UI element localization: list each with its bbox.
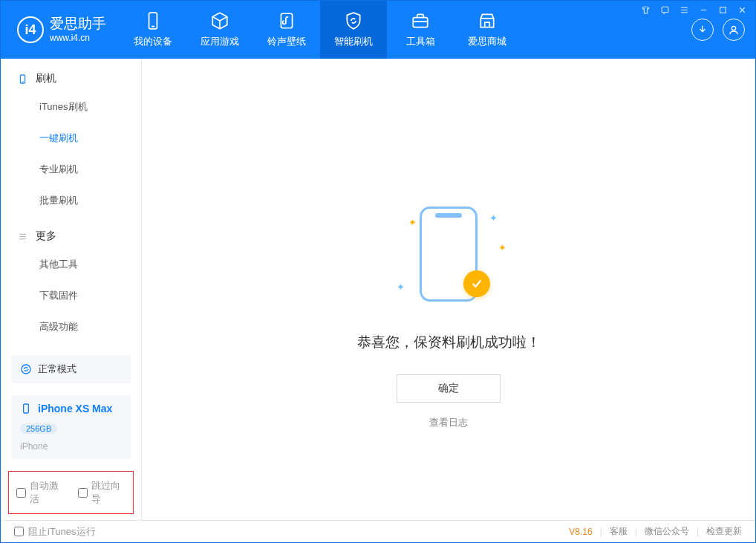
- nav-label: 智能刷机: [334, 35, 373, 48]
- device-icon: [17, 74, 28, 85]
- user-button[interactable]: [723, 19, 745, 41]
- svg-rect-11: [413, 18, 428, 27]
- footer-link-support[interactable]: 客服: [610, 525, 628, 538]
- section-more: 更多: [1, 216, 141, 249]
- sidebar-item-oneclick[interactable]: 一键刷机: [1, 123, 141, 154]
- nav-tab-flash[interactable]: 智能刷机: [320, 1, 387, 59]
- device-type: iPhone: [20, 441, 48, 452]
- footer-link-wechat[interactable]: 微信公众号: [645, 525, 689, 538]
- checkbox-skip-guide[interactable]: 跳过向导: [78, 479, 126, 506]
- divider: |: [635, 527, 637, 537]
- tshirt-icon[interactable]: [639, 4, 651, 16]
- sparkle-icon: ✦: [408, 217, 417, 228]
- footer-link-update[interactable]: 检查更新: [706, 525, 742, 538]
- download-icon: [697, 24, 708, 36]
- sidebar-item-firmware[interactable]: 下载固件: [1, 280, 141, 311]
- maximize-button[interactable]: [717, 4, 729, 16]
- app-url: www.i4.cn: [50, 33, 106, 43]
- feedback-icon[interactable]: [659, 4, 671, 16]
- app-window: i4 爱思助手 www.i4.cn 我的设备 应用游戏 铃声壁纸 智能刷机: [0, 0, 756, 543]
- success-message: 恭喜您，保资料刷机成功啦！: [357, 333, 541, 352]
- nav-tab-toolbox[interactable]: 工具箱: [387, 1, 454, 59]
- svg-point-20: [22, 365, 30, 374]
- nav-tab-device[interactable]: 我的设备: [120, 1, 186, 59]
- section-flash: 刷机: [1, 59, 141, 91]
- checkbox-input[interactable]: [78, 488, 88, 498]
- logo-area: i4 爱思助手 www.i4.cn: [1, 1, 120, 59]
- highlight-box: 自动激活 跳过向导: [8, 471, 134, 514]
- nav-tabs: 我的设备 应用游戏 铃声壁纸 智能刷机 工具箱 爱思商城: [120, 1, 521, 59]
- music-icon: [277, 11, 296, 30]
- mode-panel[interactable]: 正常模式: [11, 355, 131, 383]
- nav-label: 铃声壁纸: [267, 35, 306, 48]
- nav-label: 我的设备: [134, 35, 172, 48]
- menu-icon[interactable]: [678, 4, 690, 16]
- user-icon: [728, 24, 740, 36]
- toolbox-icon: [411, 11, 430, 30]
- sidebar-item-othertools[interactable]: 其他工具: [1, 249, 141, 280]
- checkbox-input[interactable]: [14, 527, 24, 536]
- checkbox-label: 自动激活: [30, 479, 65, 506]
- minimize-button[interactable]: [697, 4, 709, 16]
- nav-tab-apps[interactable]: 应用游戏: [186, 1, 253, 59]
- sidebar-item-pro[interactable]: 专业刷机: [1, 154, 141, 185]
- section-title: 刷机: [36, 72, 56, 85]
- main-content: ✦ ✦ ✦ ✦ 恭喜您，保资料刷机成功啦！ 确定 查看日志: [142, 59, 755, 520]
- success-illustration: ✦ ✦ ✦ ✦: [389, 195, 508, 313]
- sparkle-icon: ✦: [397, 282, 405, 293]
- view-log-link[interactable]: 查看日志: [429, 416, 468, 429]
- version-label: V8.16: [569, 527, 592, 537]
- close-button[interactable]: [736, 4, 748, 16]
- titlebar: [639, 4, 748, 16]
- checkbox-input[interactable]: [16, 488, 26, 498]
- ok-button[interactable]: 确定: [397, 374, 501, 403]
- device-capacity: 256GB: [20, 423, 57, 434]
- sidebar: 刷机 iTunes刷机 一键刷机 专业刷机 批量刷机 更多 其他工具 下载固件 …: [1, 59, 142, 520]
- list-icon: [17, 231, 28, 242]
- sidebar-item-advanced[interactable]: 高级功能: [1, 311, 141, 342]
- checkbox-block-itunes[interactable]: 阻止iTunes运行: [14, 525, 96, 539]
- nav-label: 爱思商城: [468, 35, 506, 48]
- sidebar-item-itunes[interactable]: iTunes刷机: [1, 91, 141, 123]
- svg-point-14: [731, 26, 735, 30]
- sidebar-item-batch[interactable]: 批量刷机: [1, 185, 141, 216]
- shield-sync-icon: [344, 11, 363, 30]
- checkbox-label: 阻止iTunes运行: [28, 525, 96, 539]
- device-name: iPhone XS Max: [38, 403, 112, 414]
- logo-text: 爱思助手 www.i4.cn: [50, 16, 106, 43]
- checkbox-auto-activate[interactable]: 自动激活: [16, 479, 65, 506]
- sync-icon: [20, 363, 32, 375]
- footer-right: V8.16 | 客服 | 微信公众号 | 检查更新: [569, 525, 742, 538]
- phone-small-icon: [20, 403, 32, 414]
- logo-icon: i4: [17, 16, 44, 43]
- checkbox-label: 跳过向导: [91, 479, 126, 506]
- nav-label: 应用游戏: [201, 35, 239, 48]
- store-icon: [478, 11, 497, 30]
- svg-rect-21: [24, 404, 29, 413]
- nav-tab-ringtone[interactable]: 铃声壁纸: [253, 1, 320, 59]
- phone-icon: [143, 11, 163, 30]
- sparkle-icon: ✦: [489, 212, 498, 224]
- device-panel[interactable]: iPhone XS Max 256GB iPhone: [11, 395, 131, 459]
- body: 刷机 iTunes刷机 一键刷机 专业刷机 批量刷机 更多 其他工具 下载固件 …: [1, 59, 755, 520]
- svg-rect-0: [662, 7, 668, 13]
- svg-rect-5: [720, 7, 726, 13]
- spacer: [1, 342, 141, 349]
- check-badge-icon: [463, 270, 490, 297]
- app-name: 爱思助手: [50, 16, 106, 30]
- divider: |: [600, 527, 602, 537]
- section-title: 更多: [36, 230, 56, 243]
- download-button[interactable]: [691, 19, 714, 41]
- nav-tab-store[interactable]: 爱思商城: [454, 1, 521, 59]
- sparkle-icon: ✦: [498, 242, 506, 253]
- nav-label: 工具箱: [406, 35, 435, 48]
- mode-label: 正常模式: [38, 362, 76, 376]
- divider: |: [697, 527, 699, 537]
- footer: 阻止iTunes运行 V8.16 | 客服 | 微信公众号 | 检查更新: [1, 520, 755, 542]
- cube-icon: [210, 11, 229, 30]
